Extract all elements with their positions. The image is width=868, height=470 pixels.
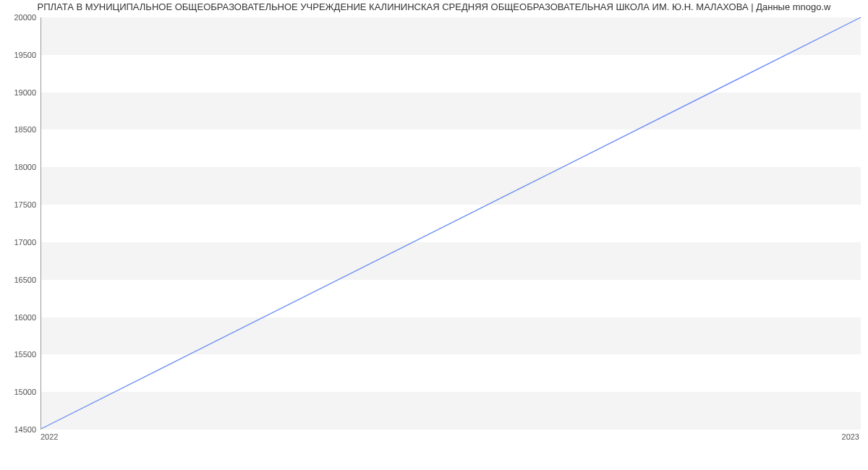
chart-title: РПЛАТА В МУНИЦИПАЛЬНОЕ ОБЩЕОБРАЗОВАТЕЛЬН… (0, 1, 868, 12)
y-tick-label: 14500 (4, 425, 36, 434)
line-series (41, 17, 861, 429)
y-tick-label: 19000 (4, 88, 36, 97)
series-line (41, 17, 861, 429)
plot-area (41, 17, 861, 430)
y-tick-label: 16000 (4, 313, 36, 322)
chart-container: РПЛАТА В МУНИЦИПАЛЬНОЕ ОБЩЕОБРАЗОВАТЕЛЬН… (0, 0, 868, 470)
y-tick-label: 15000 (4, 388, 36, 396)
y-tick-label: 15500 (4, 350, 36, 359)
y-tick-label: 17500 (4, 200, 36, 209)
y-tick-label: 19500 (4, 51, 36, 59)
y-tick-label: 18500 (4, 125, 36, 134)
y-tick-label: 17000 (4, 238, 36, 247)
x-tick-2022: 2022 (41, 432, 58, 441)
y-tick-label: 18000 (4, 163, 36, 171)
y-tick-label: 20000 (4, 13, 36, 22)
x-tick-2023: 2023 (842, 432, 859, 441)
y-tick-label: 16500 (4, 275, 36, 284)
